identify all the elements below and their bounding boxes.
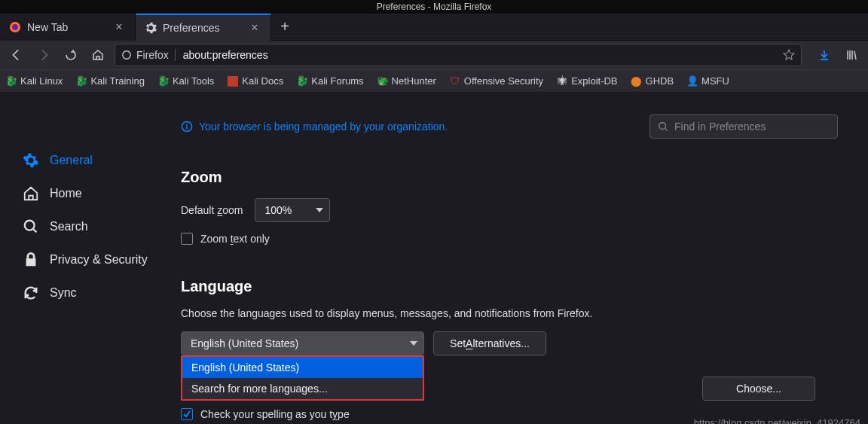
language-section-title: Language <box>181 278 838 295</box>
sidebar-item-label: Sync <box>50 286 77 300</box>
default-zoom-select[interactable]: 100% <box>255 198 330 222</box>
nethunter-icon: 🐲 <box>377 76 388 87</box>
bookmark-msfu[interactable]: 👤MSFU <box>687 75 729 87</box>
sidebar-item-label: General <box>50 154 93 167</box>
gear-icon <box>23 152 39 169</box>
sidebar-item-sync[interactable]: Sync <box>23 285 166 301</box>
search-placeholder: Find in Preferences <box>674 120 766 133</box>
exploitdb-icon: 🕷 <box>557 76 567 87</box>
language-selected: English (United States) <box>191 337 298 349</box>
svg-point-5 <box>659 123 666 130</box>
tab-preferences[interactable]: Preferences × <box>136 14 271 41</box>
set-alternatives-button[interactable]: Set Alternatives... <box>433 331 546 355</box>
close-icon[interactable]: × <box>112 20 126 34</box>
bookmark-star-icon[interactable] <box>783 49 795 61</box>
search-icon <box>658 121 668 132</box>
sidebar-item-general[interactable]: General <box>23 152 166 169</box>
check-spelling-checkbox[interactable] <box>181 408 193 420</box>
bookmark-kali-linux[interactable]: 🐉Kali Linux <box>6 75 63 87</box>
default-zoom-label: Default zoom <box>181 204 243 216</box>
bookmark-kali-training[interactable]: 🐉Kali Training <box>76 75 145 87</box>
home-button[interactable] <box>87 44 108 66</box>
reload-button[interactable] <box>60 44 81 66</box>
back-button[interactable] <box>6 44 27 66</box>
org-banner-text: Your browser is being managed by your or… <box>199 120 448 133</box>
bookmark-nethunter[interactable]: 🐲NetHunter <box>377 75 436 87</box>
sidebar-item-label: Home <box>50 187 82 200</box>
chevron-down-icon <box>316 208 323 212</box>
gear-icon <box>145 22 157 34</box>
bookmark-kali-tools[interactable]: 🐉Kali Tools <box>158 75 214 87</box>
ghdb-icon: ⬤ <box>631 76 642 87</box>
tab-label: New Tab <box>27 21 68 33</box>
watermark-text: https://blog.csdn.net/weixin_41924764 <box>694 417 860 424</box>
bookmark-kali-forums[interactable]: 🐉Kali Forums <box>297 75 363 87</box>
docs-icon <box>228 76 238 87</box>
firefox-icon <box>9 21 21 33</box>
dragon-icon: 🐉 <box>6 76 17 87</box>
dropdown-option-search-more[interactable]: Search for more languages... <box>182 378 423 399</box>
sidebar-item-label: Privacy & Security <box>50 253 148 267</box>
chevron-down-icon <box>410 341 417 346</box>
zoom-value: 100% <box>264 204 292 216</box>
identity-label: Firefox <box>136 49 169 61</box>
zoom-section-title: Zoom <box>181 169 838 186</box>
url-bar[interactable]: Firefox about:preferences <box>115 44 802 66</box>
identity-box[interactable]: Firefox <box>121 49 176 61</box>
org-managed-notice[interactable]: Your browser is being managed by your or… <box>181 120 634 133</box>
forward-button[interactable] <box>33 44 54 66</box>
check-spelling-label: Check your spelling as you type <box>200 408 350 420</box>
tab-new-tab[interactable]: New Tab × <box>0 14 136 41</box>
bookmark-offensive-security[interactable]: 🛡Offensive Security <box>450 75 543 87</box>
language-select[interactable]: English (United States) <box>181 331 424 355</box>
sidebar-item-search[interactable]: Search <box>23 218 166 235</box>
dragon-icon: 🐉 <box>158 76 169 87</box>
dragon-icon: 🐉 <box>76 76 87 87</box>
navigation-toolbar: Firefox about:preferences <box>0 41 868 69</box>
msfu-icon: 👤 <box>687 76 698 87</box>
lock-icon <box>23 252 39 268</box>
new-tab-button[interactable]: + <box>271 18 298 35</box>
choose-languages-button[interactable]: Choose... <box>702 377 815 401</box>
bookmark-ghdb[interactable]: ⬤GHDB <box>631 75 674 87</box>
svg-point-2 <box>123 51 131 59</box>
search-preferences-input[interactable]: Find in Preferences <box>649 114 838 139</box>
sidebar-item-label: Search <box>50 220 88 233</box>
language-dropdown: English (United States) Search for more … <box>181 355 424 401</box>
bookmark-exploit-db[interactable]: 🕷Exploit-DB <box>557 75 617 87</box>
tab-label: Preferences <box>163 22 219 34</box>
sync-icon <box>23 285 39 301</box>
sidebar-item-home[interactable]: Home <box>23 185 166 202</box>
library-button[interactable] <box>841 44 862 66</box>
search-icon <box>23 218 39 235</box>
tab-strip: New Tab × Preferences × + <box>0 14 868 41</box>
language-description: Choose the languages used to display men… <box>181 307 838 319</box>
bookmarks-toolbar: 🐉Kali Linux 🐉Kali Training 🐉Kali Tools K… <box>0 69 868 92</box>
home-icon <box>23 185 39 202</box>
url-text: about:preferences <box>183 49 778 61</box>
dropdown-option-english-us[interactable]: English (United States) <box>182 357 423 378</box>
svg-point-3 <box>25 221 35 230</box>
downloads-button[interactable] <box>814 44 835 66</box>
preferences-main: Your browser is being managed by your or… <box>181 92 868 424</box>
window-title: Preferences - Mozilla Firefox <box>0 0 868 14</box>
preferences-sidebar: General Home Search Privacy & Security S… <box>0 92 181 424</box>
zoom-text-only-label: Zoom text only <box>200 233 270 245</box>
info-icon <box>181 120 193 133</box>
bookmark-kali-docs[interactable]: Kali Docs <box>228 75 283 87</box>
close-icon[interactable]: × <box>248 21 261 35</box>
svg-point-1 <box>12 24 18 30</box>
offsec-icon: 🛡 <box>450 76 460 87</box>
zoom-text-only-checkbox[interactable] <box>181 233 193 245</box>
dragon-icon: 🐉 <box>297 76 307 87</box>
sidebar-item-privacy[interactable]: Privacy & Security <box>23 252 166 268</box>
